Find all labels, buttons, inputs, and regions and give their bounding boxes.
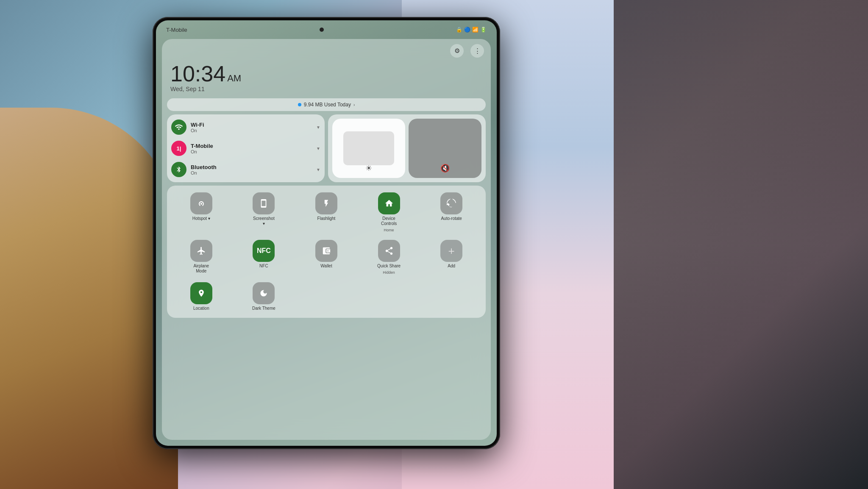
- notification-panel: ⚙ ⋮ 10:34AM Wed, Sep 11 9.94 MB Used Tod…: [162, 39, 491, 440]
- add-symbol: +: [448, 244, 455, 258]
- device-controls-sub: Home: [384, 228, 394, 232]
- clock-time: 10:34AM: [170, 63, 482, 85]
- wifi-chevron-icon: ▼: [316, 125, 320, 130]
- data-usage-label: 9.94 MB Used Today: [304, 102, 351, 108]
- screenshot-icon: [253, 192, 275, 214]
- hand-background: [0, 108, 178, 489]
- wifi-icon: [171, 119, 186, 135]
- auto-rotate-label: Auto-rotate: [441, 216, 462, 221]
- quick-share-label: Quick Share: [377, 264, 401, 269]
- device-controls-label: Device Controls: [377, 216, 401, 226]
- phone-screen: T-Mobile 🔒 🔵 📶 🔋 ⚙ ⋮: [156, 20, 497, 446]
- bluetooth-status-icon: 🔵: [464, 27, 470, 33]
- add-icon: +: [440, 240, 462, 262]
- flashlight-label: Flashlight: [317, 216, 336, 221]
- clock-hour-minute: 10:34: [170, 61, 225, 86]
- nfc-icon: NFC: [253, 240, 275, 262]
- screenshot-label: Screenshot ▾: [252, 216, 275, 226]
- wifi-toggle[interactable]: Wi-Fi On ▼: [171, 118, 320, 136]
- bluetooth-toggle[interactable]: Bluetooth On ▼: [171, 160, 320, 179]
- location-label: Location: [193, 306, 209, 311]
- tile-location[interactable]: Location: [171, 280, 231, 314]
- auto-rotate-icon: [440, 192, 462, 214]
- location-icon: [190, 282, 212, 304]
- dark-theme-icon: [253, 282, 275, 304]
- quick-share-icon: [378, 240, 400, 262]
- settings-button[interactable]: ⚙: [450, 44, 464, 58]
- connectivity-panel: Wi-Fi On ▼ 1| T-Mobile On ▼: [167, 114, 325, 182]
- volume-icon: 🔇: [440, 164, 450, 173]
- tile-screenshot[interactable]: Screenshot ▾: [234, 190, 294, 235]
- wifi-label: Wi-Fi On: [191, 122, 312, 133]
- tile-airplane[interactable]: Airplane Mode: [171, 237, 231, 277]
- hotspot-icon: [190, 192, 212, 214]
- dark-theme-label: Dark Theme: [252, 306, 275, 311]
- airplane-label: Airplane Mode: [189, 264, 213, 274]
- carrier-label: T-Mobile: [166, 27, 187, 33]
- wallet-icon: [315, 240, 337, 262]
- tmobile-label: T-Mobile On: [191, 143, 312, 154]
- tile-device-controls[interactable]: Device Controls Home: [359, 190, 419, 235]
- quick-share-sub: Hidden: [383, 270, 395, 275]
- tile-nfc[interactable]: NFC NFC: [234, 237, 294, 277]
- clock-ampm: AM: [227, 73, 241, 83]
- brightness-slider[interactable]: ☀: [332, 119, 405, 178]
- data-arrow-icon: ›: [353, 103, 355, 107]
- tile-wallet[interactable]: Wallet: [296, 237, 356, 277]
- data-dot-icon: [298, 103, 301, 106]
- settings-icon: ⚙: [454, 47, 460, 55]
- tile-flashlight[interactable]: Flashlight: [296, 190, 356, 235]
- signal-icon: 📶: [472, 27, 479, 33]
- hotspot-label: Hotspot ▾: [192, 216, 210, 221]
- bluetooth-icon: [171, 162, 186, 177]
- sliders-panel: ☀ 🔇: [328, 114, 486, 182]
- volume-slider[interactable]: 🔇: [409, 119, 481, 178]
- battery-icon: 🔋: [480, 27, 487, 33]
- status-bar: T-Mobile 🔒 🔵 📶 🔋: [156, 20, 497, 39]
- bluetooth-label: Bluetooth On: [191, 164, 312, 175]
- dark-background-right: [614, 0, 868, 489]
- bluetooth-chevron-icon: ▼: [316, 167, 320, 172]
- airplane-icon: [190, 240, 212, 262]
- data-usage-bar[interactable]: 9.94 MB Used Today ›: [167, 98, 486, 111]
- tile-quick-share[interactable]: Quick Share Hidden: [359, 237, 419, 277]
- tmobile-chevron-icon: ▼: [316, 146, 320, 151]
- phone-device: T-Mobile 🔒 🔵 📶 🔋 ⚙ ⋮: [153, 17, 500, 449]
- device-controls-icon: [378, 192, 400, 214]
- nfc-text: NFC: [257, 247, 271, 255]
- controls-grid: Wi-Fi On ▼ 1| T-Mobile On ▼: [167, 114, 486, 182]
- clock-date: Wed, Sep 11: [170, 86, 482, 92]
- more-icon: ⋮: [474, 47, 481, 55]
- tile-dark-theme[interactable]: Dark Theme: [234, 280, 294, 314]
- tmobile-icon: 1|: [171, 141, 186, 156]
- top-controls: ⚙ ⋮: [167, 44, 486, 58]
- nfc-label: NFC: [259, 264, 268, 269]
- clock-section: 10:34AM Wed, Sep 11: [167, 61, 486, 96]
- more-button[interactable]: ⋮: [470, 44, 484, 58]
- brightness-fill: [343, 131, 394, 165]
- quick-tiles-grid: Hotspot ▾ Screenshot ▾: [171, 190, 481, 314]
- tmobile-toggle[interactable]: 1| T-Mobile On ▼: [171, 139, 320, 158]
- brightness-icon: ☀: [365, 164, 372, 173]
- tile-auto-rotate[interactable]: Auto-rotate: [421, 190, 481, 235]
- tile-hotspot[interactable]: Hotspot ▾: [171, 190, 231, 235]
- status-icons: 🔒 🔵 📶 🔋: [456, 27, 487, 33]
- quick-tiles-section: Hotspot ▾ Screenshot ▾: [167, 186, 486, 318]
- flashlight-icon: [315, 192, 337, 214]
- lock-icon: 🔒: [456, 27, 462, 33]
- front-camera: [320, 28, 324, 32]
- add-label: Add: [448, 264, 455, 269]
- tile-add[interactable]: + Add: [421, 237, 481, 277]
- wallet-label: Wallet: [320, 264, 332, 269]
